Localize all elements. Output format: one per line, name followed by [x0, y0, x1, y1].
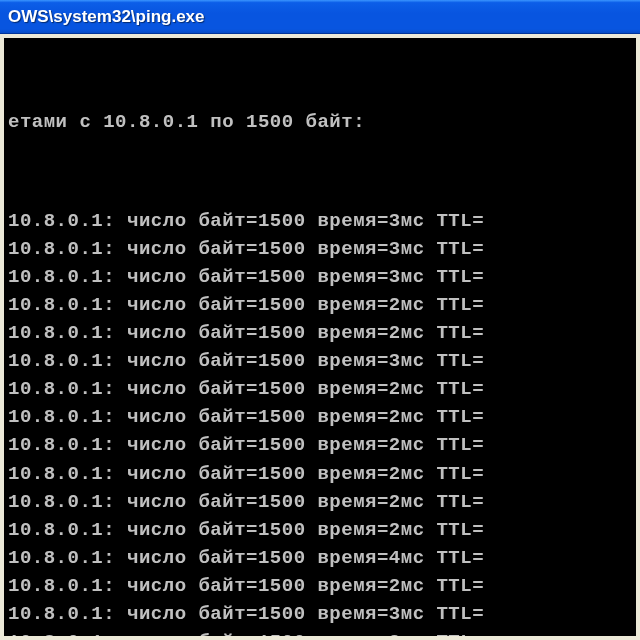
ping-reply-line: 10.8.0.1: число байт=1500 время=2мс TTL=	[8, 516, 636, 544]
ping-reply-line: 10.8.0.1: число байт=1500 время=3мс TTL=	[8, 600, 636, 628]
window-title: OWS\system32\ping.exe	[8, 7, 205, 27]
ping-reply-line: 10.8.0.1: число байт=1500 время=3мс TTL=	[8, 263, 636, 291]
ping-reply-line: 10.8.0.1: число байт=1500 время=2мс TTL=	[8, 460, 636, 488]
ping-reply-line: 10.8.0.1: число байт=1500 время=3мс TTL=	[8, 235, 636, 263]
ping-reply-line: 10.8.0.1: число байт=1500 время=2мс TTL=	[8, 403, 636, 431]
ping-header-line: етами с 10.8.0.1 по 1500 байт:	[8, 108, 636, 136]
console-output: етами с 10.8.0.1 по 1500 байт: 10.8.0.1:…	[4, 38, 636, 636]
ping-reply-line: 10.8.0.1: число байт=1500 время=2мс TTL=	[8, 628, 636, 636]
ping-reply-line: 10.8.0.1: число байт=1500 время=2мс TTL=	[8, 431, 636, 459]
ping-reply-line: 10.8.0.1: число байт=1500 время=3мс TTL=	[8, 207, 636, 235]
window-body: етами с 10.8.0.1 по 1500 байт: 10.8.0.1:…	[0, 34, 640, 640]
ping-reply-line: 10.8.0.1: число байт=1500 время=4мс TTL=	[8, 544, 636, 572]
ping-reply-line: 10.8.0.1: число байт=1500 время=2мс TTL=	[8, 319, 636, 347]
window-titlebar[interactable]: OWS\system32\ping.exe	[0, 0, 640, 34]
ping-reply-line: 10.8.0.1: число байт=1500 время=2мс TTL=	[8, 572, 636, 600]
ping-replies: 10.8.0.1: число байт=1500 время=3мс TTL=…	[8, 207, 636, 636]
ping-reply-line: 10.8.0.1: число байт=1500 время=2мс TTL=	[8, 291, 636, 319]
ping-reply-line: 10.8.0.1: число байт=1500 время=3мс TTL=	[8, 347, 636, 375]
ping-reply-line: 10.8.0.1: число байт=1500 время=2мс TTL=	[8, 375, 636, 403]
ping-reply-line: 10.8.0.1: число байт=1500 время=2мс TTL=	[8, 488, 636, 516]
